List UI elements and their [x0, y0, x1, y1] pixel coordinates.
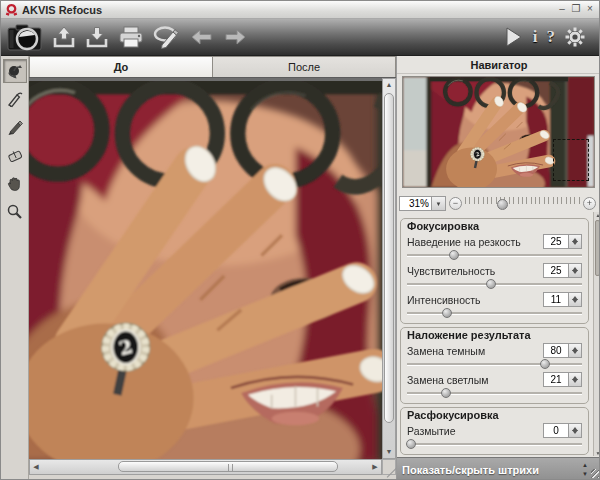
zoom-controls: ▼ − + — [399, 192, 599, 214]
blend-group-title: Наложение результата — [407, 329, 582, 341]
scroll-left-icon[interactable]: ◀ — [30, 461, 42, 473]
zoom-slider-thumb[interactable] — [497, 199, 508, 210]
param-sharpness: Наведение на резкость — [407, 233, 582, 260]
slider-thumb[interactable] — [406, 439, 416, 449]
navigator-title: Навигатор — [397, 56, 600, 74]
pen-tool[interactable] — [3, 87, 27, 111]
blur-slider[interactable] — [407, 439, 582, 449]
blend-group: Наложение результата Замена темным Замен… — [400, 327, 589, 404]
sensitivity-spinner[interactable] — [569, 263, 582, 278]
scrollbar-corner — [382, 459, 396, 475]
slider-thumb[interactable] — [449, 250, 459, 260]
close-button[interactable]: × — [583, 3, 597, 16]
param-light-replace: Замена светлым — [407, 371, 582, 398]
arrow-forward-icon[interactable] — [223, 22, 247, 52]
right-panel: Навигатор ▼ − + Фокусировка Наведение на… — [396, 56, 600, 480]
window-title: AKVIS Refocus — [22, 4, 555, 16]
param-label: Интенсивность — [407, 294, 543, 306]
scroll-up-icon[interactable]: ▲ — [383, 79, 395, 91]
slider-thumb[interactable] — [540, 359, 550, 369]
camera-icon[interactable] — [7, 22, 43, 52]
param-label: Замена темным — [407, 345, 543, 357]
sharpness-spinner[interactable] — [569, 234, 582, 249]
sensitivity-slider[interactable] — [407, 279, 582, 289]
settings-scrollbar[interactable]: ▲ ▼ — [593, 212, 600, 456]
tool-column — [1, 56, 29, 480]
postprocess-brush-icon[interactable] — [153, 22, 181, 52]
settings-scroll-up-icon[interactable]: ▲ — [594, 212, 600, 218]
blur-spinner[interactable] — [569, 423, 582, 438]
blur-value-input[interactable] — [543, 423, 569, 438]
param-dark-replace: Замена темным — [407, 342, 582, 369]
param-sensitivity: Чувствительность — [407, 262, 582, 289]
slider-thumb[interactable] — [441, 388, 451, 398]
eraser-tool[interactable] — [3, 143, 27, 167]
dark-replace-spinner[interactable] — [569, 343, 582, 358]
settings-scroll-thumb[interactable] — [595, 220, 600, 276]
sharpness-slider[interactable] — [407, 250, 582, 260]
intensity-spinner[interactable] — [569, 292, 582, 307]
image-canvas[interactable] — [29, 78, 382, 459]
info-icon[interactable]: i — [533, 22, 538, 52]
slider-thumb[interactable] — [486, 279, 496, 289]
sensitivity-value-input[interactable] — [543, 263, 569, 278]
zoom-slider[interactable] — [465, 195, 580, 211]
dark-replace-slider[interactable] — [407, 359, 582, 369]
view-tabs: До После — [29, 56, 396, 78]
navigator-thumbnail[interactable] — [402, 76, 595, 188]
defocus-group-title: Расфокусировка — [407, 409, 582, 421]
canvas-vertical-scrollbar[interactable]: ▲ ▼ — [382, 78, 396, 459]
canvas-horizontal-scrollbar[interactable]: ◀ ▶ — [29, 459, 382, 475]
zoom-tool[interactable] — [3, 199, 27, 223]
status-bar: Показать/скрыть штрихи ▲▼ — [397, 457, 600, 480]
marker-tool[interactable] — [3, 115, 27, 139]
param-label: Наведение на резкость — [407, 236, 543, 248]
navigator-view-rectangle[interactable] — [553, 139, 589, 181]
sharpness-value-input[interactable] — [543, 234, 569, 249]
maximize-button[interactable]: ❐ — [569, 3, 583, 16]
settings-panel: Фокусировка Наведение на резкость Чувств… — [399, 216, 590, 480]
settings-scroll-down-icon[interactable]: ▼ — [594, 450, 600, 456]
app-window: AKVIS Refocus – ❐ × — [0, 0, 600, 480]
slider-thumb[interactable] — [442, 308, 452, 318]
minimize-button[interactable]: – — [555, 3, 569, 16]
defocus-group: Расфокусировка Размытие — [400, 407, 589, 455]
zoom-dropdown-icon[interactable]: ▼ — [432, 196, 446, 211]
hand-tool[interactable] — [3, 171, 27, 195]
zoom-out-button[interactable]: − — [449, 197, 462, 210]
resize-grip[interactable] — [590, 460, 600, 480]
horizontal-scroll-thumb[interactable] — [118, 461, 338, 472]
main-toolbar: i ? — [1, 19, 600, 56]
run-icon[interactable] — [504, 22, 524, 52]
param-intensity: Интенсивность — [407, 291, 582, 318]
vertical-scroll-thumb[interactable] — [384, 93, 394, 423]
focus-group: Фокусировка Наведение на резкость Чувств… — [400, 218, 589, 324]
param-label: Замена светлым — [407, 374, 543, 386]
scroll-down-icon[interactable]: ▼ — [383, 446, 395, 458]
help-icon[interactable]: ? — [547, 22, 556, 52]
dark-replace-value-input[interactable] — [543, 343, 569, 358]
print-icon[interactable] — [118, 22, 144, 52]
arrow-back-icon[interactable] — [190, 22, 214, 52]
intensity-slider[interactable] — [407, 308, 582, 318]
save-image-icon[interactable] — [85, 22, 109, 52]
status-scroll-icons[interactable]: ▲▼ — [580, 461, 590, 479]
open-image-icon[interactable] — [52, 22, 76, 52]
zoom-ruler-ticks — [465, 197, 580, 205]
zoom-in-button[interactable]: + — [583, 197, 596, 210]
status-text: Показать/скрыть штрихи — [397, 464, 580, 476]
intensity-value-input[interactable] — [543, 292, 569, 307]
tab-before[interactable]: До — [29, 56, 213, 77]
light-replace-value-input[interactable] — [543, 372, 569, 387]
settings-gear-icon[interactable] — [564, 22, 586, 52]
scroll-right-icon[interactable]: ▶ — [369, 461, 381, 473]
focus-area-tool[interactable] — [3, 59, 27, 83]
title-bar[interactable]: AKVIS Refocus – ❐ × — [1, 1, 600, 19]
param-blur: Размытие — [407, 422, 582, 449]
param-label: Размытие — [407, 425, 543, 437]
tab-after[interactable]: После — [213, 56, 396, 77]
light-replace-spinner[interactable] — [569, 372, 582, 387]
akvis-logo-icon — [5, 3, 18, 16]
light-replace-slider[interactable] — [407, 388, 582, 398]
zoom-value-input[interactable] — [399, 196, 432, 211]
